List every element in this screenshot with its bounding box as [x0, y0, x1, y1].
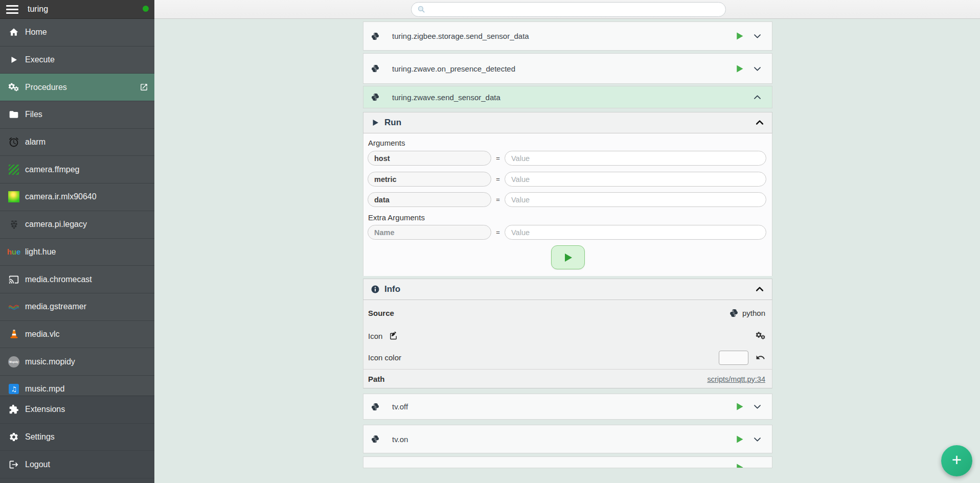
argument-value-metric[interactable] [505, 172, 766, 187]
argument-name-host[interactable] [368, 151, 491, 166]
run-procedure-button[interactable] [734, 31, 745, 41]
main-area: turing.zigbee.storage.send_sensor_data t… [154, 19, 980, 483]
chevron-up-icon[interactable] [755, 284, 765, 294]
extra-argument-row: = [368, 225, 766, 240]
argument-name-metric[interactable] [368, 172, 491, 187]
sidebar-bottom-section: Extensions Settings Logout [0, 396, 154, 483]
icon-color-label: Icon color [368, 353, 401, 362]
sidebar-item-label: media.chromecast [25, 275, 92, 284]
sidebar-item-media-gstreamer[interactable]: media.gstreamer [0, 293, 154, 321]
hamburger-menu-icon[interactable] [6, 5, 18, 14]
sidebar-item-music-mopidy[interactable]: Mopidy music.mopidy [0, 348, 154, 376]
sidebar-item-camera-pi-legacy[interactable]: camera.pi.legacy [0, 211, 154, 239]
procedure-row-selected[interactable]: turing.zwave.send_sensor_data [363, 86, 772, 108]
argument-name-data[interactable] [368, 192, 491, 207]
run-procedure-button[interactable] [734, 63, 745, 74]
procedure-row[interactable]: turing.zigbee.storage.send_sensor_data [363, 21, 772, 51]
python-icon [371, 403, 379, 411]
sidebar-item-label: media.gstreamer [25, 302, 86, 311]
chevron-down-icon[interactable] [753, 31, 762, 41]
sidebar-item-settings[interactable]: Settings [0, 424, 154, 451]
extra-argument-value-input[interactable] [505, 225, 766, 240]
sidebar-item-label: Execute [25, 55, 55, 64]
procedures-panel: turing.zigbee.storage.send_sensor_data t… [363, 19, 772, 483]
top-bar [154, 0, 980, 19]
chevron-up-icon[interactable] [753, 93, 762, 102]
extra-argument-name-input[interactable] [368, 225, 491, 240]
run-section-title: Run [384, 118, 401, 128]
info-section-header[interactable]: Info [363, 279, 772, 300]
sidebar-item-extensions[interactable]: Extensions [0, 396, 154, 424]
sidebar-item-media-chromecast[interactable]: media.chromecast [0, 266, 154, 293]
mopidy-icon: Mopidy [7, 356, 20, 368]
search-input[interactable] [430, 6, 720, 14]
ffmpeg-icon [7, 164, 20, 176]
icon-color-picker[interactable] [719, 351, 748, 365]
run-section-body: Arguments = = = Extra Arguments = [363, 133, 772, 276]
add-procedure-fab[interactable]: + [941, 445, 972, 476]
sidebar-item-alarm[interactable]: alarm [0, 129, 154, 156]
sidebar-item-logout[interactable]: Logout [0, 451, 154, 478]
run-section-header[interactable]: Run [363, 112, 772, 133]
source-path-link[interactable]: scripts/mqtt.py:34 [707, 375, 765, 383]
sidebar-item-camera-ir-mlx90640[interactable]: camera.ir.mlx90640 [0, 183, 154, 211]
path-label: Path [368, 375, 385, 383]
gear-icon [7, 431, 20, 443]
edit-icon[interactable] [389, 332, 398, 340]
online-status-dot [143, 6, 149, 12]
external-link-icon[interactable] [140, 83, 148, 91]
equals-sign: = [491, 175, 505, 183]
argument-value-data[interactable] [505, 192, 766, 207]
procedure-row[interactable]: tv.off [363, 394, 772, 420]
arguments-label: Arguments [368, 139, 405, 147]
chevron-down-icon[interactable] [753, 402, 762, 411]
procedure-row[interactable]: tv.on [363, 425, 772, 453]
sidebar-item-files[interactable]: Files [0, 101, 154, 129]
plus-icon: + [952, 451, 962, 468]
sidebar-item-light-hue[interactable]: hue light.hue [0, 239, 154, 266]
info-row-icon: Icon [363, 326, 772, 346]
sidebar-item-media-vlc[interactable]: media.vlc [0, 321, 154, 349]
sidebar-item-label: Files [25, 110, 42, 119]
play-icon [562, 251, 574, 264]
mpd-icon: ♫ [7, 383, 20, 395]
icon-label: Icon [368, 332, 382, 340]
procedure-row-partial[interactable] [363, 456, 772, 468]
chevron-down-icon[interactable] [753, 64, 762, 74]
thermal-image-icon [7, 191, 20, 203]
chevron-up-icon[interactable] [755, 118, 765, 128]
sidebar-item-label: Logout [25, 460, 50, 469]
run-procedure-button[interactable] [734, 401, 745, 412]
sidebar-item-label: alarm [25, 137, 45, 147]
argument-row: = [368, 151, 766, 166]
execute-procedure-button[interactable] [551, 245, 585, 269]
gstreamer-icon [7, 301, 20, 313]
procedure-name: turing.zigbee.storage.send_sensor_data [392, 32, 529, 40]
argument-row: = [368, 192, 766, 207]
run-procedure-button[interactable] [734, 462, 745, 468]
sidebar-item-home[interactable]: Home [0, 19, 154, 47]
reset-color-icon[interactable] [756, 353, 765, 362]
info-row-source: Source python [363, 300, 772, 326]
sidebar-item-execute[interactable]: Execute [0, 47, 154, 74]
sidebar-item-camera-ffmpeg[interactable]: camera.ffmpeg [0, 156, 154, 183]
equals-sign: = [491, 154, 505, 162]
procedure-row[interactable]: turing.zwave.on_presence_detected [363, 53, 772, 84]
python-icon [730, 309, 738, 317]
source-label: Source [368, 309, 394, 317]
python-icon [371, 93, 379, 101]
app-title: turing [28, 5, 48, 14]
info-circle-icon [371, 285, 380, 294]
run-procedure-button[interactable] [734, 434, 745, 445]
search-bar[interactable] [411, 2, 726, 17]
alarm-clock-icon [7, 136, 20, 148]
chevron-down-icon[interactable] [753, 434, 762, 444]
sidebar-item-procedures[interactable]: Procedures [0, 74, 154, 101]
cogs-icon [7, 81, 20, 94]
argument-value-host[interactable] [505, 151, 766, 166]
logout-icon [7, 458, 20, 471]
sidebar-item-label: music.mopidy [25, 357, 75, 366]
sidebar-item-label: camera.ir.mlx90640 [25, 192, 97, 201]
extra-arguments-label: Extra Arguments [368, 213, 425, 222]
sidebar-item-label: Settings [25, 432, 55, 442]
